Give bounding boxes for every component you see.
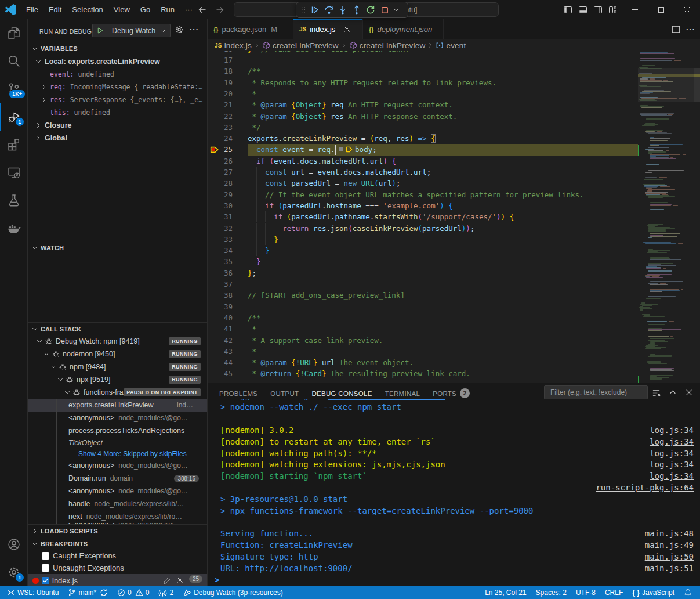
menu-run[interactable]: Run — [155, 0, 180, 19]
callstack-frame-row[interactable]: Domain.rundomain388:15 — [28, 472, 207, 485]
callstack-session-row[interactable]: nodemon [9450]RUNNING — [28, 348, 207, 360]
variables-scope-row[interactable]: Global — [28, 132, 207, 145]
breakpoint-row[interactable]: Uncaught Exceptions — [28, 562, 207, 574]
tab-deployment.json[interactable]: {}deployment.json — [363, 19, 444, 39]
remove-breakpoint-icon[interactable] — [176, 576, 184, 584]
breakpoint-row[interactable]: index.js25 — [28, 574, 207, 586]
callstack-frame-row[interactable]: TickObject — [28, 437, 207, 448]
callstack-frame-row[interactable]: Show 4 More: Skipped by skipFiles — [28, 448, 207, 459]
clear-console-icon[interactable] — [652, 388, 661, 397]
breadcrumb-event[interactable]: event — [436, 41, 466, 50]
status-notifications[interactable] — [679, 586, 697, 599]
callstack-session-row[interactable]: npx [9519]RUNNING — [28, 373, 207, 386]
step-out-icon[interactable] — [350, 3, 364, 17]
status-branch[interactable]: main* — [63, 586, 113, 599]
section-loaded-scripts[interactable]: LOADED SCRIPTS — [28, 524, 207, 537]
console-prompt[interactable]: > — [215, 575, 219, 584]
console-source-link[interactable]: log.js:34 — [650, 459, 694, 470]
breakpoint-checkbox[interactable] — [42, 577, 49, 584]
activity-docker[interactable] — [0, 214, 27, 242]
callstack-frame-row[interactable]: exports.createLinkPreviewind… — [28, 399, 207, 412]
close-panel-icon[interactable] — [685, 388, 693, 396]
menu-go[interactable]: Go — [135, 0, 155, 19]
console-source-link[interactable]: main.js:51 — [645, 563, 694, 573]
maximize-panel-icon[interactable] — [669, 388, 677, 396]
breakpoint-row[interactable]: Caught Exceptions — [28, 550, 207, 562]
breakpoint-checkbox[interactable] — [42, 564, 49, 572]
status-language[interactable]: { }JavaScript — [628, 586, 679, 599]
status-cursor-position[interactable]: Ln 25, Col 21 — [480, 586, 531, 599]
status-ports[interactable]: 2 — [154, 586, 178, 599]
debug-settings-gear-icon[interactable] — [175, 25, 184, 34]
callstack-frame-row[interactable]: handlenode_modules/express/lib/… — [28, 497, 207, 510]
session-picker-icon[interactable] — [391, 3, 401, 17]
continue-icon[interactable] — [308, 3, 322, 17]
variable-row[interactable]: req: IncomingMessage {_readableState:… — [28, 81, 207, 93]
activity-extensions[interactable] — [0, 131, 27, 158]
activity-run-and-debug[interactable]: 1 — [0, 103, 27, 131]
console-source-link[interactable]: log.js:34 — [650, 448, 694, 459]
menu-file[interactable]: File — [21, 0, 43, 19]
callstack-session-row[interactable]: npm [9484]RUNNING — [28, 360, 207, 373]
callstack-frame-row[interactable]: nextnode_modules/express/lib/ro… — [28, 510, 207, 523]
console-source-link[interactable]: run-script-pkg.js:64 — [596, 482, 694, 493]
maximize-icon[interactable] — [648, 0, 674, 19]
section-breakpoints[interactable]: BREAKPOINTS — [28, 537, 207, 550]
minimap-slider[interactable] — [638, 68, 694, 102]
close-tab-icon[interactable] — [343, 26, 351, 33]
menu-[interactable]: ··· — [180, 0, 198, 19]
callstack-frame-row[interactable]: process.processTicksAndRejections — [28, 424, 207, 437]
toggle-secondary-sidebar-icon[interactable] — [593, 5, 603, 15]
debug-console-output[interactable]: Debugger listening on ws://127.0.0.1:922… — [208, 399, 700, 575]
variable-row[interactable]: event: undefined — [28, 68, 207, 81]
status-remote[interactable]: WSL: Ubuntu — [2, 586, 63, 599]
activity-testing[interactable] — [0, 186, 27, 214]
callstack-session-row[interactable]: Debug Watch: npm [9419]RUNNING — [28, 335, 207, 348]
debug-config-dropdown[interactable]: Debug Watch — [92, 24, 171, 37]
variables-scope-row[interactable]: Local: exports.createLinkPreview — [28, 55, 207, 68]
tab-index.js[interactable]: JSindex.js — [293, 19, 363, 39]
section-variables[interactable]: VARIABLES — [28, 42, 207, 55]
breadcrumb-createLinkPreview[interactable]: createLinkPreview — [349, 41, 426, 50]
activity-explorer[interactable] — [0, 19, 27, 47]
drag-grip-icon[interactable] — [299, 3, 308, 17]
console-source-link[interactable]: main.js:48 — [645, 528, 694, 539]
callstack-frame-row[interactable]: <anonymous>node_modules/@go… — [28, 485, 207, 497]
variable-row[interactable]: res: ServerResponse {_events: {…}, _e… — [28, 93, 207, 106]
status-indentation[interactable]: Spaces: 2 — [531, 586, 571, 599]
menu-selection[interactable]: Selection — [67, 0, 108, 19]
inline-breakpoint-candidate-dot[interactable] — [339, 147, 343, 151]
editor-more-actions-icon[interactable]: ··· — [686, 25, 695, 34]
console-source-link[interactable]: log.js:34 — [650, 436, 694, 447]
menu-edit[interactable]: Edit — [43, 0, 67, 19]
status-encoding[interactable]: UTF-8 — [571, 586, 600, 599]
section-watch[interactable]: WATCH — [28, 241, 207, 254]
stop-icon[interactable] — [378, 3, 391, 17]
tab-package.json[interactable]: {}package.jsonM — [208, 19, 293, 39]
edit-breakpoint-icon[interactable] — [163, 576, 171, 584]
restart-icon[interactable] — [364, 3, 378, 17]
code-editor[interactable]: 16} // [END add_ons_case_preview_link]17… — [208, 51, 700, 383]
paused-breakpoint-icon[interactable] — [210, 146, 219, 154]
customize-layout-icon[interactable] — [608, 5, 618, 15]
menu-view[interactable]: View — [108, 0, 135, 19]
activity-search[interactable] — [0, 47, 27, 75]
status-problems[interactable]: 00 — [113, 586, 154, 599]
console-source-link[interactable]: main.js:49 — [645, 540, 694, 550]
status-debug-status[interactable]: Debug Watch (3p-resources) — [178, 586, 288, 599]
close-icon[interactable] — [674, 0, 700, 19]
activity-accounts[interactable] — [0, 531, 27, 558]
status-eol[interactable]: CRLF — [600, 586, 628, 599]
activity-source-control[interactable]: 1K+ — [0, 75, 27, 103]
start-debug-icon[interactable] — [96, 27, 104, 34]
console-filter-input[interactable]: Filter (e.g. text, !exclude) — [544, 385, 648, 399]
variables-scope-row[interactable]: Closure — [28, 119, 207, 132]
activity-settings[interactable]: 1 — [0, 558, 27, 586]
toggle-panel-icon[interactable] — [578, 5, 587, 15]
split-editor-icon[interactable] — [672, 25, 680, 34]
callstack-frame-row[interactable]: <anonymous>node_modules/@go… — [28, 412, 207, 424]
section-call-stack[interactable]: CALL STACK — [28, 322, 207, 335]
views-more-actions-icon[interactable]: ··· — [190, 25, 199, 34]
activity-remote-explorer[interactable] — [0, 158, 27, 186]
callstack-session-row[interactable]: functions-fra...PAUSED ON BREAKPOINT — [28, 386, 207, 399]
